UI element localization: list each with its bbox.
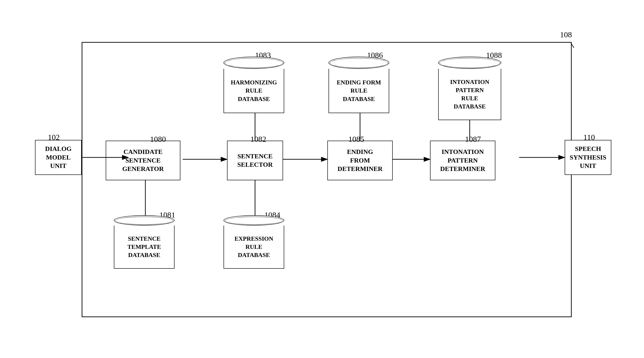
label-110: 110 xyxy=(583,133,595,142)
ending-from-determiner-box: ENDINGFROMDETERMINER xyxy=(327,141,393,180)
ending-form-rule-db: ENDING FORMRULEDATABASE xyxy=(328,57,389,113)
diagram-container: 108 xyxy=(35,23,609,334)
sentence-template-db: SENTENCETEMPLATEDATABASE xyxy=(114,215,174,269)
candidate-sentence-generator-box: CANDIDATESENTENCEGENERATOR xyxy=(106,141,180,180)
label-1085: 1085 xyxy=(348,135,364,144)
label-108: 108 xyxy=(560,30,572,39)
harmonizing-rule-db: HARMONIZINGRULEDATABASE xyxy=(224,57,284,113)
main-box: CANDIDATESENTENCEGENERATOR 1080 SENTENCE… xyxy=(82,42,572,317)
label-102: 102 xyxy=(48,133,60,142)
label-1082: 1082 xyxy=(250,135,266,144)
sentence-selector-box: SENTENCESELECTOR xyxy=(227,141,283,180)
label-1087: 1087 xyxy=(465,135,481,144)
dialog-model-unit-box: DIALOGMODELUNIT xyxy=(35,140,82,175)
label-1080: 1080 xyxy=(150,135,166,144)
speech-synthesis-unit-box: SPEECHSYNTHESISUNIT xyxy=(565,140,611,175)
expression-rule-db: EXPRESSIONRULEDATABASE xyxy=(224,215,284,269)
intonation-pattern-db: INTONATIONPATTERNRULEDATABASE xyxy=(438,57,501,120)
intonation-pattern-determiner-box: INTONATIONPATTERNDETERMINER xyxy=(430,141,495,180)
